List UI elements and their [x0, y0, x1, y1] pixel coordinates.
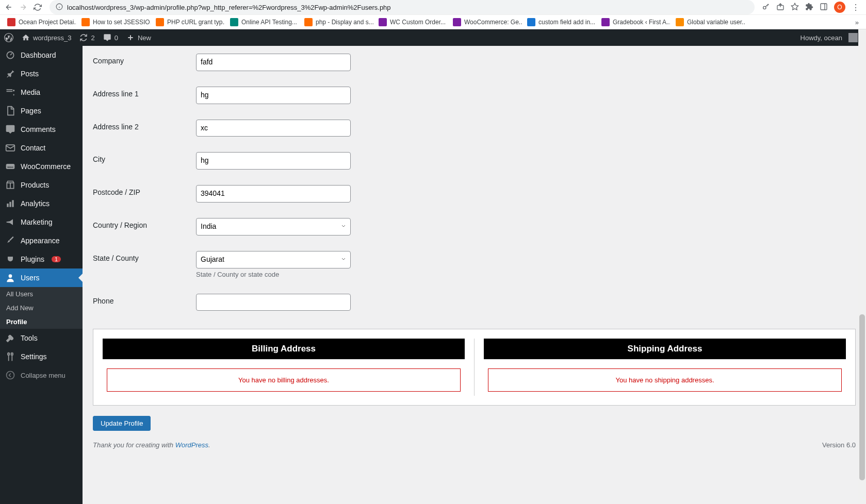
bookmark-item[interactable]: PHP cURL grant typ...: [153, 17, 225, 27]
comments-link[interactable]: 0: [99, 29, 122, 46]
user-icon: [5, 273, 15, 283]
new-content[interactable]: New: [122, 29, 155, 46]
menu-item-marketing[interactable]: Marketing: [0, 213, 83, 231]
bookmark-label: custom field add in...: [538, 19, 595, 26]
browser-chrome: localhost/wordpress_3/wp-admin/profile.p…: [0, 0, 866, 29]
address-panel: Billing Address You have no billing addr…: [93, 329, 856, 406]
menu-label: Comments: [21, 125, 56, 133]
menu-item-appearance[interactable]: Appearance: [0, 231, 83, 250]
bookmark-label: Gradebook ‹ First A...: [613, 19, 671, 26]
browser-menu-icon[interactable]: ⋮: [852, 3, 860, 12]
submenu: All UsersAdd NewProfile: [0, 287, 83, 329]
submenu-item-add-new[interactable]: Add New: [0, 301, 83, 315]
menu-item-comments[interactable]: Comments: [0, 120, 83, 139]
svg-point-29: [7, 372, 14, 379]
bookmark-item[interactable]: custom field add in...: [524, 17, 596, 27]
reload-button[interactable]: [33, 3, 42, 12]
svg-marker-5: [791, 3, 798, 10]
media-icon: [5, 87, 15, 97]
svg-rect-13: [7, 91, 13, 92]
menu-label: Plugins: [21, 255, 44, 263]
bookmark-item[interactable]: WC Custom Order...: [375, 17, 448, 27]
bookmark-label: WooCommerce: Ge...: [464, 19, 522, 26]
svg-point-3: [763, 6, 766, 9]
menu-item-users[interactable]: Users: [0, 268, 83, 287]
postcode-input[interactable]: [196, 185, 351, 203]
updates-link[interactable]: 2: [75, 29, 99, 46]
city-input[interactable]: [196, 152, 351, 170]
site-name[interactable]: wordpress_3: [18, 29, 75, 46]
menu-item-contact[interactable]: Contact: [0, 139, 83, 157]
state-select[interactable]: Gujarat: [196, 251, 351, 268]
my-account[interactable]: Howdy, ocean: [796, 29, 862, 46]
star-icon[interactable]: [791, 3, 799, 12]
bookmark-label: PHP cURL grant typ...: [167, 19, 225, 26]
city-label: City: [93, 152, 196, 163]
svg-rect-20: [9, 202, 11, 207]
bookmark-item[interactable]: Ocean Project Detai...: [4, 17, 76, 27]
bookmark-item[interactable]: How to set JSESSIO...: [78, 17, 151, 27]
bookmark-item[interactable]: Online API Testing...: [227, 17, 299, 27]
menu-item-media[interactable]: Media: [0, 83, 83, 102]
back-button[interactable]: [4, 3, 13, 12]
url-bar[interactable]: localhost/wordpress_3/wp-admin/profile.p…: [50, 0, 755, 14]
menu-label: WooCommerce: [21, 162, 71, 171]
wp-logo[interactable]: [0, 29, 18, 46]
country-select[interactable]: India: [196, 218, 351, 236]
submenu-item-all-users[interactable]: All Users: [0, 287, 83, 301]
brush-icon: [5, 236, 15, 246]
bookmark-favicon-icon: [7, 18, 15, 26]
menu-item-settings[interactable]: Settings: [0, 347, 83, 366]
profile-avatar[interactable]: O: [834, 2, 845, 13]
site-info-icon[interactable]: [56, 3, 63, 12]
forward-button[interactable]: [19, 3, 28, 12]
menu-item-posts[interactable]: Posts: [0, 64, 83, 83]
dash-icon: [5, 50, 15, 60]
menu-label: Dashboard: [21, 51, 56, 59]
menu-item-analytics[interactable]: Analytics: [0, 194, 83, 213]
phone-input[interactable]: [196, 294, 351, 311]
submenu-item-profile[interactable]: Profile: [0, 315, 83, 329]
extensions-icon[interactable]: [805, 3, 813, 12]
bookmark-item[interactable]: Global variable user...: [673, 17, 745, 27]
menu-label: Pages: [21, 107, 41, 115]
bookmark-item[interactable]: Gradebook ‹ First A...: [598, 17, 671, 27]
vertical-scrollbar[interactable]: [858, 29, 866, 504]
footer-wordpress-link[interactable]: WordPress: [175, 441, 208, 449]
main-content: Company Address line 1 Address line 2 Ci…: [83, 46, 866, 504]
svg-rect-24: [11, 353, 13, 355]
woo-icon: woo: [5, 161, 15, 172]
address1-input[interactable]: [196, 87, 351, 104]
menu-item-dashboard[interactable]: Dashboard: [0, 46, 83, 64]
bookmark-favicon-icon: [81, 18, 90, 26]
bookmark-item[interactable]: WooCommerce: Ge...: [450, 17, 522, 27]
svg-rect-23: [8, 353, 9, 355]
menu-item-woocommerce[interactable]: wooWooCommerce: [0, 157, 83, 176]
key-icon[interactable]: [762, 3, 770, 12]
footer-version: Version 6.0: [822, 441, 856, 449]
menu-item-products[interactable]: Products: [0, 176, 83, 194]
menu-item-pages[interactable]: Pages: [0, 102, 83, 120]
bookmarks-overflow-icon[interactable]: »: [852, 19, 862, 26]
share-icon[interactable]: [776, 3, 785, 12]
menu-label: Appearance: [21, 237, 60, 245]
bookmark-label: php - Display and s...: [316, 19, 373, 26]
collapse-menu[interactable]: Collapse menu: [0, 366, 83, 384]
address2-input[interactable]: [196, 120, 351, 137]
comment-icon: [5, 124, 15, 135]
update-profile-button[interactable]: Update Profile: [93, 416, 151, 431]
panel-icon[interactable]: [820, 3, 828, 12]
phone-label: Phone: [93, 294, 196, 305]
scrollbar-thumb[interactable]: [859, 314, 865, 480]
chart-icon: [5, 198, 15, 209]
company-label: Company: [93, 54, 196, 65]
bookmark-favicon-icon: [676, 18, 684, 26]
menu-label: Contact: [21, 144, 45, 152]
menu-label: Analytics: [21, 199, 50, 208]
menu-item-tools[interactable]: Tools: [0, 329, 83, 347]
menu-label: Tools: [21, 334, 38, 342]
shipping-header: Shipping Address: [484, 339, 846, 359]
company-input[interactable]: [196, 54, 351, 71]
bookmark-item[interactable]: php - Display and s...: [301, 17, 373, 27]
menu-item-plugins[interactable]: Plugins1: [0, 250, 83, 268]
